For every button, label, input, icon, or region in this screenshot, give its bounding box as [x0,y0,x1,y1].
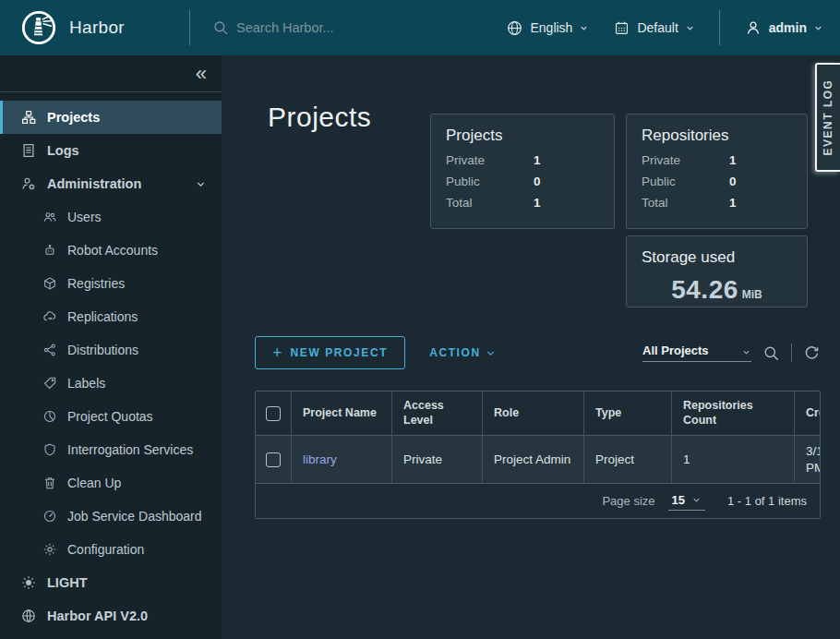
page-size-label: Page size [602,494,654,508]
calendar-icon [613,19,630,37]
sidebar-item-administration[interactable]: Administration [0,167,222,200]
cube-icon [42,276,57,291]
collapse-sidebar-icon[interactable]: « [196,64,207,84]
sidebar-item-light-theme[interactable]: LIGHT [0,566,222,599]
language-menu[interactable]: English [506,19,589,37]
row-cell-creation-time: 3/1 PM [794,436,821,483]
stat-label: Public [446,175,534,188]
new-project-button[interactable]: + NEW PROJECT [255,336,405,369]
search-input[interactable] [236,20,421,35]
stat-row: Private 1 [642,153,792,167]
header-cell[interactable]: Project Name [291,392,391,435]
sidebar-item-robot-accounts[interactable]: Robot Accounts [0,234,222,267]
stat-label: Private [642,153,729,167]
stat-label: Total [446,196,534,210]
row-cell-select [256,436,291,483]
header-actions: English Default admin [506,10,840,45]
trash-icon [42,476,57,490]
header-cell[interactable]: Role [482,392,583,435]
header-cell-select-all [256,392,291,435]
user-menu[interactable]: admin [744,18,823,37]
stat-label: Public [642,175,729,188]
page-title: Projects [268,102,371,133]
stat-row: Total 1 [642,196,792,210]
sidebar-item-interrogation-services[interactable]: Interrogation Services [0,433,222,466]
sidebar-item-harbor-api[interactable]: Harbor API V2.0 [0,599,222,633]
project-filter-select[interactable]: All Projects [642,344,751,362]
gear-icon [42,542,57,557]
sidebar-item-distributions[interactable]: Distributions [0,333,222,367]
sidebar-label: Configuration [67,542,144,557]
language-label: English [530,20,572,35]
search-icon [212,19,229,36]
sidebar-item-registries[interactable]: Registries [0,267,222,300]
search-icon [762,344,780,362]
toolbar-divider [791,344,792,362]
sidebar-item-replications[interactable]: Replications [0,300,222,333]
stat-row: Private 1 [446,153,599,167]
sidebar-label: Harbor API V2.0 [47,609,148,623]
projects-summary-card: Projects Private 1 Public 0 Total 1 [430,114,615,229]
brand[interactable]: Harbor [0,9,189,46]
sidebar-item-clean-up[interactable]: Clean Up [0,466,222,500]
header-cell[interactable]: Type [583,392,671,435]
project-name-link[interactable]: library [303,452,337,468]
gauge-icon [42,509,57,524]
header-cell[interactable]: Repositories Count [671,392,794,435]
action-dropdown-button[interactable]: ACTION [429,346,496,359]
users-icon [42,210,57,224]
stat-row: Public 0 [446,175,599,188]
sidebar-label: Clean Up [67,476,121,490]
api-globe-icon [20,608,37,624]
top-header: Harbor English [0,0,840,55]
sidebar-label: Logs [47,143,79,158]
row-checkbox[interactable] [266,452,281,467]
sidebar-label: Replications [67,309,138,324]
sidebar-item-project-quotas[interactable]: Project Quotas [0,400,222,433]
card-title: Projects [446,127,599,145]
sidebar-label: Project Quotas [67,409,153,424]
select-all-checkbox[interactable] [266,406,281,421]
header-cell[interactable]: Cre [794,392,821,435]
header-cell[interactable]: Access Level [391,392,482,435]
sidebar-item-job-service-dashboard[interactable]: Job Service Dashboard [0,500,222,533]
storage-used-card: Storage used 54.26MiB [626,235,808,307]
theme-label: Default [637,20,678,35]
sidebar-item-users[interactable]: Users [0,200,222,234]
sidebar-collapse-row: « [0,55,222,92]
sidebar: « Projects Logs Administration [0,55,222,639]
projects-toolbar: + NEW PROJECT ACTION All Projects [255,336,821,369]
refresh-button[interactable] [803,344,821,362]
stat-value: 1 [534,153,541,167]
action-label: ACTION [429,346,481,359]
sidebar-item-labels[interactable]: Labels [0,367,222,400]
search-projects-button[interactable] [762,344,780,362]
stat-value: 1 [729,196,737,210]
robot-icon [42,243,57,258]
globe-icon [506,19,523,37]
plus-icon: + [272,344,282,361]
sidebar-label: LIGHT [47,575,88,590]
stat-row: Public 0 [642,175,792,188]
event-log-tab[interactable]: EVENT LOG [815,63,840,172]
card-title: Repositories [642,127,792,145]
chevron-down-icon [195,178,207,190]
row-cell-role: Project Admin [482,436,583,483]
stat-value: 0 [729,175,737,188]
sidebar-nav: Projects Logs Administration [0,92,222,633]
theme-menu[interactable]: Default [613,19,694,37]
page-size-select[interactable]: 15 [668,492,705,511]
sidebar-item-logs[interactable]: Logs [0,134,222,167]
user-icon [744,18,762,37]
sidebar-label: Labels [67,376,105,391]
table-footer: Page size 15 1 - 1 of 1 items [256,483,820,518]
sidebar-item-configuration[interactable]: Configuration [0,533,222,566]
tag-icon [42,376,57,391]
items-summary: 1 - 1 of 1 items [727,494,807,508]
chevron-down-icon [579,23,589,33]
sun-icon [20,574,37,591]
sidebar-item-projects[interactable]: Projects [0,101,222,134]
stat-value: 1 [534,196,541,210]
table-row: library Private Project Admin Project 1 … [256,436,820,483]
projects-table: Project Name Access Level Role Type Repo… [255,391,821,519]
